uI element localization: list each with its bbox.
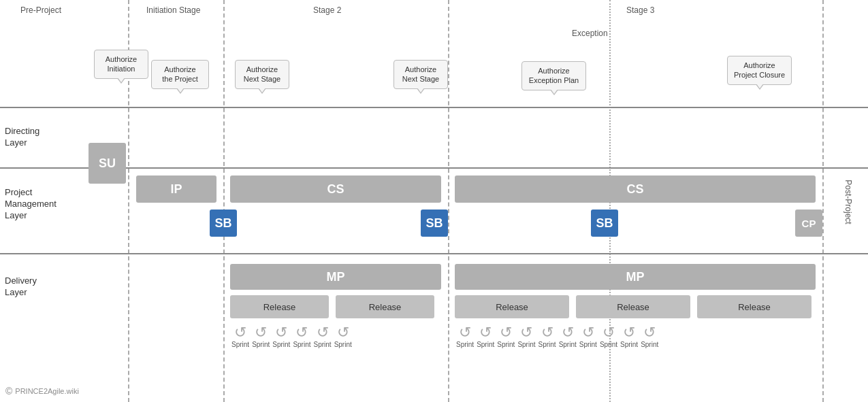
sprint-icon-9: ↺ (500, 325, 512, 340)
sprint-item-8: ↺ Sprint (477, 325, 494, 348)
block-ip: IP (136, 175, 216, 203)
block-release4: Release (576, 295, 690, 318)
diagram: Pre-Project Initiation Stage Stage 2 Sta… (0, 0, 868, 402)
callout-authorize-project-closure: Authorize Project Closure (727, 56, 792, 85)
cc-icon: © (5, 386, 12, 397)
sprint-item-12: ↺ Sprint (559, 325, 577, 348)
sprint-icon-16: ↺ (643, 325, 656, 340)
sprint-icon-7: ↺ (459, 325, 471, 340)
block-cs2: CS (455, 175, 816, 203)
callout-authorize-initiation: Authorize Initiation (94, 50, 148, 79)
callout-authorize-exception-plan: Authorize Exception Plan (521, 61, 586, 90)
block-sb3: SB (591, 210, 618, 237)
sprint-item-15: ↺ Sprint (620, 325, 638, 348)
sprint-item-7: ↺ Sprint (456, 325, 474, 348)
block-release1: Release (230, 295, 329, 318)
sprint-icon-13: ↺ (582, 325, 594, 340)
sprint-item-2: ↺ Sprint (252, 325, 270, 348)
sprint-icon-8: ↺ (479, 325, 492, 340)
phase-stage3: Stage 3 (626, 5, 654, 15)
phase-labels-row: Pre-Project Initiation Stage Stage 2 Sta… (0, 0, 868, 24)
sprint-icon-11: ↺ (541, 325, 553, 340)
hline-directing-bottom (0, 167, 868, 169)
delivery-layer-label: Delivery Layer (1, 275, 127, 299)
sprint-item-16: ↺ Sprint (641, 325, 658, 348)
sprint-item-3: ↺ Sprint (272, 325, 290, 348)
block-sb2: SB (421, 210, 448, 237)
block-cs1: CS (230, 175, 441, 203)
sprint-item-11: ↺ Sprint (539, 325, 556, 348)
sprint-item-13: ↺ Sprint (579, 325, 597, 348)
hline-directing-top (0, 107, 868, 108)
sprint-icon-10: ↺ (520, 325, 532, 340)
block-mp2: MP (455, 264, 816, 290)
sprint-item-14: ↺ Sprint (600, 325, 617, 348)
block-release5: Release (697, 295, 811, 318)
sprint-item-10: ↺ Sprint (517, 325, 535, 348)
block-release2: Release (336, 295, 434, 318)
hline-pm-bottom (0, 253, 868, 254)
vline-2 (223, 0, 225, 402)
exception-label: Exception (572, 29, 608, 38)
phase-pre-project: Pre-Project (20, 5, 61, 15)
sprint-icon-6: ↺ (337, 325, 349, 340)
sprint-item-4: ↺ Sprint (293, 325, 310, 348)
post-project-label: Post-Project (843, 180, 852, 224)
sprint-icon-4: ↺ (295, 325, 308, 340)
phase-stage2: Stage 2 (313, 5, 341, 15)
sprint-item-1: ↺ Sprint (231, 325, 249, 348)
block-release3: Release (455, 295, 569, 318)
sprint-item-5: ↺ Sprint (314, 325, 332, 348)
sprint-item-6: ↺ Sprint (334, 325, 352, 348)
phase-initiation-stage: Initiation Stage (146, 5, 200, 15)
block-mp1: MP (230, 264, 441, 290)
vline-4 (822, 0, 824, 402)
block-su: SU (89, 143, 126, 184)
pm-layer-label: Project Management Layer (1, 187, 127, 222)
sprint-icon-3: ↺ (275, 325, 287, 340)
sprint-icon-5: ↺ (317, 325, 329, 340)
sprint-icon-15: ↺ (623, 325, 635, 340)
copyright: © PRINCE2Agile.wiki (5, 386, 79, 397)
sprint-icon-1: ↺ (234, 325, 246, 340)
vline-3 (448, 0, 449, 402)
sprint-icon-12: ↺ (562, 325, 574, 340)
sprint-item-9: ↺ Sprint (497, 325, 515, 348)
sprint-icon-14: ↺ (602, 325, 615, 340)
sprint-row-stage3: ↺ Sprint ↺ Sprint ↺ Sprint ↺ Sprint ↺ Sp… (455, 325, 660, 348)
block-sb1: SB (210, 210, 237, 237)
sprint-row-stage2: ↺ Sprint ↺ Sprint ↺ Sprint ↺ Sprint ↺ Sp… (230, 325, 353, 348)
callout-authorize-next-stage-1: Authorize Next Stage (235, 60, 289, 89)
sprint-icon-2: ↺ (255, 325, 267, 340)
callout-authorize-project: Authorize the Project (151, 60, 209, 89)
block-cp: CP (795, 210, 822, 237)
callout-authorize-next-stage-2: Authorize Next Stage (393, 60, 448, 89)
